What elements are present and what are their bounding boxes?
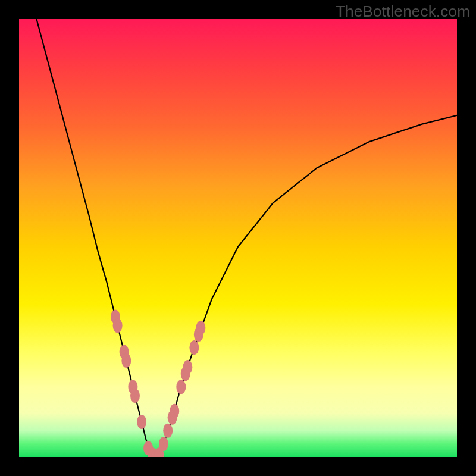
marker-dot — [159, 437, 168, 451]
marker-dot — [130, 389, 140, 403]
curve-right-branch — [155, 115, 457, 457]
marker-dot — [189, 340, 199, 355]
marker-dot — [137, 415, 146, 429]
marker-dots — [111, 310, 206, 458]
marker-dot — [196, 321, 205, 335]
chart-frame: TheBottleneck.com — [0, 0, 476, 476]
marker-dot — [183, 360, 192, 374]
marker-dot — [113, 318, 123, 333]
marker-dot — [163, 424, 173, 438]
watermark-text: TheBottleneck.com — [336, 2, 470, 21]
plot-area — [19, 19, 457, 457]
marker-dot — [176, 380, 186, 394]
marker-dot — [121, 353, 131, 368]
marker-dot — [170, 404, 179, 418]
curve-layer — [19, 19, 457, 457]
